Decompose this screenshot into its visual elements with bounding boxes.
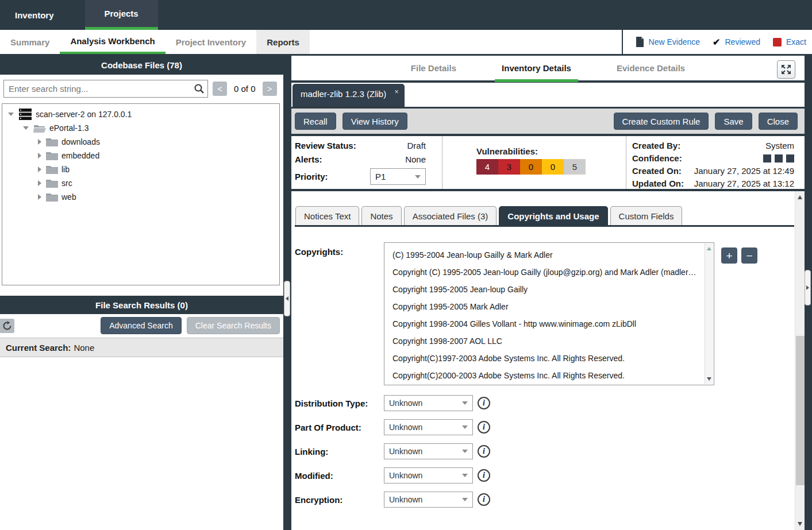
- collapsed-arrow-icon[interactable]: [38, 153, 41, 158]
- scroll-down-icon[interactable]: [798, 522, 802, 526]
- search-next-button[interactable]: >: [263, 82, 277, 96]
- copyright-item[interactable]: Copyright (C) 1995-2005 Jean-loup Gailly…: [392, 264, 700, 281]
- tab-evidence-details[interactable]: Evidence Details: [610, 56, 692, 80]
- vulnerabilities-bar[interactable]: 4 3 0 0 5: [476, 159, 626, 175]
- collapsed-arrow-icon[interactable]: [38, 139, 41, 145]
- modified-label: Modified:: [295, 471, 384, 481]
- create-custom-rule-button[interactable]: Create Custom Rule: [614, 113, 709, 130]
- scroll-up-icon[interactable]: [707, 247, 711, 250]
- details-panel: File Details Inventory Details Evidence …: [291, 56, 805, 530]
- tree-node-downloads[interactable]: downloads: [2, 135, 279, 149]
- legend-reviewed[interactable]: ✔ Reviewed: [713, 37, 760, 48]
- tab-project-inventory[interactable]: Project Inventory: [166, 30, 257, 54]
- tab-notes[interactable]: Notes: [361, 206, 401, 225]
- part-of-product-select[interactable]: Unknown: [384, 419, 473, 435]
- copyrights-section: Copyrights: (C) 1995-2004 Jean-loup Gail…: [295, 242, 794, 385]
- copyright-item[interactable]: Copyright 1995-2005 Jean-loup Gailly: [392, 281, 700, 298]
- copyright-item[interactable]: Copyright 1998-2004 Gilles Vollant - htt…: [392, 315, 700, 332]
- copyright-item[interactable]: Copyright 1998-2007 AOL LLC: [392, 332, 700, 350]
- tab-reports[interactable]: Reports: [256, 30, 310, 54]
- inventory-item-tab[interactable]: madler-zlib 1.2.3 (Zlib) ×: [293, 84, 405, 107]
- tab-analysis-workbench[interactable]: Analysis Workbench: [60, 30, 165, 54]
- tab-associated-files[interactable]: Associated Files (3): [404, 206, 497, 225]
- codebase-search-input[interactable]: [3, 80, 208, 98]
- linking-select[interactable]: Unknown: [384, 443, 473, 459]
- collapse-left-handle[interactable]: [284, 281, 290, 316]
- expand-arrow-icon[interactable]: [8, 113, 14, 116]
- tree-node-eportal[interactable]: ePortal-1.3: [2, 121, 279, 135]
- vulnerabilities-label: Vulnerabilities:: [476, 146, 626, 156]
- search-icon[interactable]: [194, 83, 205, 94]
- info-icon[interactable]: i: [478, 397, 490, 409]
- close-button[interactable]: Close: [759, 113, 798, 130]
- copyright-item[interactable]: (C) 1995-2004 Jean-loup Gailly & Mark Ad…: [392, 246, 700, 264]
- current-search-value: None: [74, 343, 94, 353]
- app-window: Inventory Projects Summary Analysis Work…: [0, 0, 812, 530]
- close-tab-icon[interactable]: ×: [394, 87, 399, 96]
- folder-open-icon: [33, 123, 46, 133]
- tab-notices-text[interactable]: Notices Text: [295, 206, 359, 225]
- vuln-low-count[interactable]: 0: [542, 159, 564, 175]
- vuln-medium-count[interactable]: 0: [520, 159, 542, 175]
- maximize-button[interactable]: [777, 60, 795, 79]
- clear-search-results-button[interactable]: Clear Search Results: [187, 317, 280, 334]
- reviewed-check-icon: ✔: [713, 37, 720, 48]
- legend-new-evidence[interactable]: New Evidence: [636, 37, 701, 47]
- info-icon[interactable]: i: [478, 493, 490, 506]
- tree-node-server[interactable]: scan-server-2 on 127.0.0.1: [2, 107, 279, 121]
- tree-node-lib[interactable]: lib: [2, 163, 279, 176]
- vuln-unknown-count[interactable]: 5: [564, 159, 586, 175]
- priority-label: Priority:: [295, 172, 328, 181]
- tab-inventory-details[interactable]: Inventory Details: [495, 57, 578, 82]
- vuln-high-count[interactable]: 3: [498, 159, 520, 175]
- collapsed-arrow-icon[interactable]: [38, 180, 41, 186]
- modified-select[interactable]: Unknown: [384, 467, 473, 483]
- vuln-critical-count[interactable]: 4: [476, 159, 498, 175]
- scroll-down-icon[interactable]: [707, 377, 711, 381]
- collapse-right-handle[interactable]: [805, 270, 811, 305]
- tab-file-details[interactable]: File Details: [404, 56, 463, 80]
- copyright-item[interactable]: Copyright 1995-2005 Mark Adler: [392, 298, 700, 315]
- scroll-up-icon[interactable]: [798, 195, 802, 199]
- add-copyright-button[interactable]: +: [721, 247, 737, 264]
- chevron-down-icon: [462, 450, 468, 453]
- save-button[interactable]: Save: [715, 113, 752, 130]
- chevron-down-icon: [415, 175, 421, 179]
- copyrights-list[interactable]: (C) 1995-2004 Jean-loup Gailly & Mark Ad…: [384, 242, 714, 385]
- collapsed-arrow-icon[interactable]: [38, 194, 41, 200]
- top-tab-projects[interactable]: Projects: [85, 0, 158, 30]
- info-icon[interactable]: i: [478, 445, 490, 458]
- encryption-select[interactable]: Unknown: [384, 492, 473, 508]
- refresh-button[interactable]: [0, 319, 14, 333]
- tree-node-embedded[interactable]: embedded: [2, 149, 279, 163]
- tab-summary[interactable]: Summary: [0, 30, 60, 54]
- copyright-item[interactable]: Copyright(C)1997-2003 Adobe Systems Inc.…: [392, 350, 700, 367]
- scrollbar-thumb[interactable]: [796, 336, 805, 485]
- top-tab-inventory[interactable]: Inventory: [0, 0, 69, 30]
- tree-node-src[interactable]: src: [2, 176, 279, 190]
- search-prev-button[interactable]: <: [213, 82, 227, 96]
- distribution-type-select[interactable]: Unknown: [384, 395, 473, 411]
- current-search-label: Current Search:: [6, 343, 71, 353]
- info-icon[interactable]: i: [478, 421, 490, 434]
- main-scrollbar[interactable]: [795, 191, 805, 530]
- field-row-part-of-product: Part Of Product: Unknown i: [295, 419, 794, 435]
- copyrights-scrollbar[interactable]: [705, 243, 713, 384]
- right-splitter[interactable]: [805, 56, 812, 530]
- left-splitter[interactable]: [283, 56, 291, 530]
- priority-select[interactable]: P1: [370, 168, 426, 185]
- expand-arrow-icon[interactable]: [23, 126, 29, 130]
- legend-exact[interactable]: Exact: [773, 37, 806, 47]
- tab-custom-fields[interactable]: Custom Fields: [610, 206, 683, 225]
- info-icon[interactable]: i: [478, 469, 490, 482]
- created-by-label: Created By:: [632, 141, 680, 150]
- tab-copyrights-and-usage[interactable]: Copyrights and Usage: [499, 206, 607, 225]
- collapsed-arrow-icon[interactable]: [38, 167, 41, 172]
- remove-copyright-button[interactable]: −: [741, 247, 757, 264]
- advanced-search-button[interactable]: Advanced Search: [101, 317, 182, 334]
- view-history-button[interactable]: View History: [342, 113, 407, 130]
- recall-button[interactable]: Recall: [295, 113, 336, 130]
- copyright-item[interactable]: Copyright(C)2000-2003 Adobe Systems Inc.…: [392, 367, 700, 384]
- tree-node-web[interactable]: web: [2, 190, 279, 204]
- exact-square-icon: [773, 38, 782, 47]
